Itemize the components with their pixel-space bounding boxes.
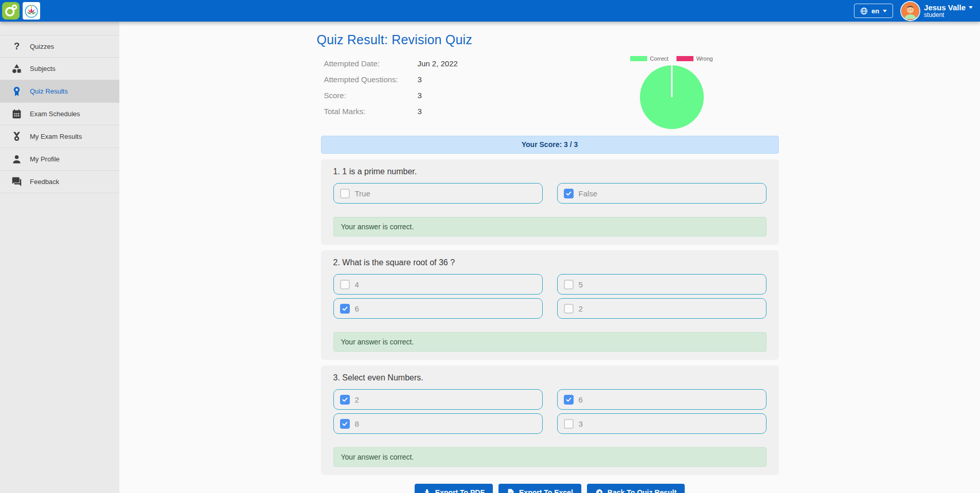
option-grid: 2683 <box>333 389 767 434</box>
action-buttons: Export To PDFxExport To ExcelBack To Qui… <box>321 484 779 493</box>
sidebar-item-label: Quiz Results <box>30 87 68 95</box>
user-role: student <box>924 12 973 19</box>
answer-option[interactable]: False <box>557 183 767 204</box>
app-root: en Jesus Valle <box>0 0 980 493</box>
option-grid: TrueFalse <box>333 183 767 204</box>
lotus-logo-icon <box>23 3 40 19</box>
medal-icon <box>11 131 22 142</box>
svg-text:x: x <box>510 491 512 493</box>
chevron-down-icon <box>883 10 887 12</box>
option-grid: 4562 <box>333 274 767 319</box>
checkbox-unchecked-icon[interactable] <box>564 304 574 314</box>
detail-value: 3 <box>418 91 422 100</box>
back-arrow-circle-icon <box>595 488 603 493</box>
logo-group <box>2 2 40 20</box>
sidebar-item-my-exam-results[interactable]: My Exam Results <box>0 125 119 148</box>
checkbox-checked-icon[interactable] <box>340 419 350 429</box>
answer-feedback: Your answer is correct. <box>333 447 767 467</box>
question-mark-icon: ? <box>11 41 22 52</box>
checkbox-unchecked-icon[interactable] <box>564 419 574 429</box>
topbar-right: en Jesus Valle <box>854 2 973 20</box>
question-card: 3. Select even Numbers.2683Your answer i… <box>321 366 779 475</box>
option-label: 2 <box>355 395 359 404</box>
user-name: Jesus Valle <box>924 3 966 12</box>
checkbox-unchecked-icon[interactable] <box>340 280 350 289</box>
language-selector[interactable]: en <box>854 4 893 18</box>
button-label: Back To Quiz Result <box>608 488 676 493</box>
answer-option[interactable]: 3 <box>557 413 767 434</box>
export-to-pdf-button[interactable]: Export To PDF <box>415 484 493 493</box>
answer-option[interactable]: 2 <box>557 298 767 319</box>
app-logo[interactable] <box>2 2 20 20</box>
ribbon-medal-icon <box>11 86 22 97</box>
sidebar-item-my-profile[interactable]: My Profile <box>0 148 119 171</box>
detail-value: Jun 2, 2022 <box>418 59 458 68</box>
answer-option[interactable]: 6 <box>333 298 543 319</box>
school-logo[interactable] <box>23 2 40 20</box>
result-summary: Attempted Date:Jun 2, 2022Attempted Ques… <box>321 56 779 130</box>
sidebar-item-quiz-results[interactable]: Quiz Results <box>0 80 119 103</box>
export-to-excel-button[interactable]: xExport To Excel <box>498 484 581 493</box>
avatar <box>901 2 919 20</box>
detail-value: 3 <box>418 107 422 116</box>
answer-feedback: Your answer is correct. <box>333 217 767 236</box>
checkbox-checked-icon[interactable] <box>564 395 574 405</box>
shapes-icon <box>11 63 22 75</box>
answer-option[interactable]: 4 <box>333 274 543 295</box>
question-text: 2. What is the square root of 36 ? <box>333 258 767 267</box>
detail-row: Attempted Date:Jun 2, 2022 <box>324 56 458 71</box>
question-text: 3. Select even Numbers. <box>333 373 767 382</box>
checkbox-unchecked-icon[interactable] <box>564 280 574 289</box>
sidebar-item-label: Exam Schedules <box>30 110 80 118</box>
legend-item-wrong: Wrong <box>676 56 712 62</box>
question-card: 2. What is the square root of 36 ?4562Yo… <box>321 250 779 360</box>
legend-item-correct: Correct <box>630 56 668 62</box>
sidebar-item-label: Subjects <box>30 65 56 72</box>
answer-option[interactable]: 8 <box>333 413 543 434</box>
detail-value: 3 <box>418 75 422 84</box>
calendar-icon <box>11 108 22 120</box>
question-list: 1. 1 is a prime number.TrueFalseYour ans… <box>321 159 779 475</box>
option-label: 5 <box>579 280 583 289</box>
question-card: 1. 1 is a prime number.TrueFalseYour ans… <box>321 159 779 245</box>
option-label: 6 <box>355 304 359 313</box>
globe-icon <box>860 7 868 15</box>
checkbox-checked-icon[interactable] <box>340 304 350 314</box>
pie-icon <box>639 64 705 130</box>
legend-label: Correct <box>650 56 668 62</box>
excel-file-icon: x <box>507 488 515 493</box>
option-label: False <box>579 189 598 198</box>
checkbox-checked-icon[interactable] <box>564 189 574 198</box>
option-label: 6 <box>579 395 583 404</box>
main-content: Quiz Result: Revision Quiz Attempted Dat… <box>119 22 980 493</box>
answer-option[interactable]: 6 <box>557 389 767 410</box>
user-menu[interactable]: Jesus Valle student <box>901 2 973 20</box>
sidebar-item-subjects[interactable]: Subjects <box>0 58 119 80</box>
detail-row: Attempted Questions:3 <box>324 71 458 87</box>
detail-row: Total Marks:3 <box>324 103 458 119</box>
app-logo-icon <box>3 3 19 19</box>
sidebar-item-label: My Exam Results <box>30 133 82 140</box>
legend-label: Wrong <box>696 56 712 62</box>
back-to-quiz-result-button[interactable]: Back To Quiz Result <box>587 484 685 493</box>
button-label: Export To PDF <box>435 488 485 493</box>
person-icon <box>11 154 22 165</box>
option-label: 4 <box>355 280 359 289</box>
sidebar-item-exam-schedules[interactable]: Exam Schedules <box>0 103 119 125</box>
detail-row: Score:3 <box>324 87 458 103</box>
sidebar-item-label: My Profile <box>30 155 60 163</box>
chevron-down-icon <box>969 6 973 9</box>
legend-swatch <box>630 56 647 61</box>
checkbox-checked-icon[interactable] <box>340 395 350 405</box>
option-label: True <box>355 189 370 198</box>
sidebar-item-label: Feedback <box>30 178 59 186</box>
answer-option[interactable]: 5 <box>557 274 767 295</box>
page-title: Quiz Result: Revision Quiz <box>317 32 779 47</box>
sidebar-item-quizzes[interactable]: ?Quizzes <box>0 35 119 58</box>
legend-swatch <box>676 56 693 61</box>
sidebar-item-feedback[interactable]: Feedback <box>0 171 119 193</box>
answer-option[interactable]: 2 <box>333 389 543 410</box>
answer-option[interactable]: True <box>333 183 543 204</box>
svg-text:?: ? <box>13 41 19 51</box>
checkbox-unchecked-icon[interactable] <box>340 189 350 198</box>
